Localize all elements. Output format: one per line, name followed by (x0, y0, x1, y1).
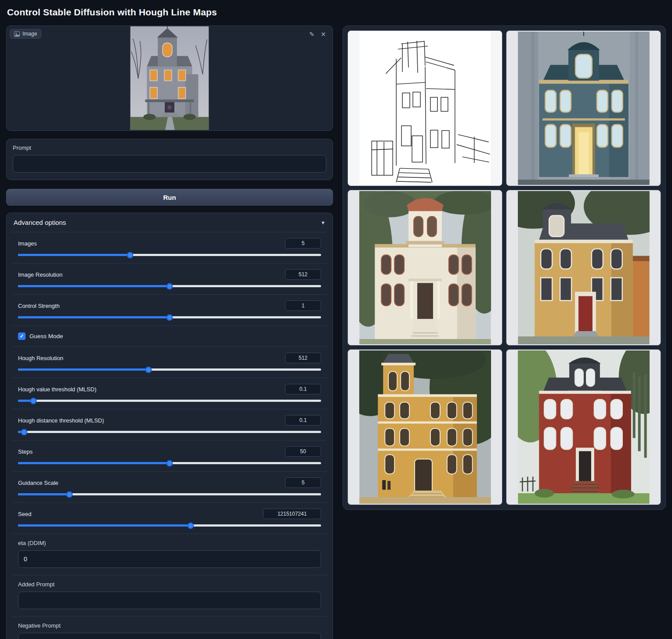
slider-row-hough-resolution: Hough Resolution (12, 347, 327, 378)
guidance-scale-slider[interactable] (18, 493, 321, 495)
generated-house-white-image (359, 191, 491, 344)
image-resolution-value-input[interactable] (285, 269, 321, 280)
slider-row-images: Images (12, 232, 327, 263)
gallery-item-generated-house-gold[interactable] (347, 349, 502, 505)
negative-prompt-label: Negative Prompt (18, 622, 321, 629)
image-label-text: Image (22, 31, 37, 37)
guess-mode-checkbox[interactable]: ✓ Guess Mode (12, 325, 327, 347)
control-strength-slider[interactable] (18, 316, 321, 318)
hough-value-threshold-label: Hough value threshold (MLSD) (18, 386, 96, 393)
slider-row-guidance-scale: Guidance Scale (12, 471, 327, 502)
hough-distance-threshold-slider[interactable] (18, 431, 321, 433)
generated-house-gold-image (359, 350, 491, 504)
advanced-options-title: Advanced options (14, 219, 66, 226)
guidance-scale-slider-handle[interactable] (66, 491, 73, 498)
clear-image-button[interactable]: ✕ (318, 29, 328, 39)
hough-line-map-image (359, 32, 491, 185)
gallery-item-hough-line-map[interactable] (347, 30, 502, 186)
hough-distance-threshold-label: Hough distance threshold (MLSD) (18, 417, 104, 424)
added-prompt-input[interactable] (18, 592, 321, 609)
seed-slider-handle[interactable] (188, 522, 194, 529)
prompt-block: Prompt (6, 139, 333, 180)
hough-resolution-value-input[interactable] (285, 353, 321, 363)
image-icon (14, 31, 20, 37)
seed-label: Seed (18, 511, 31, 517)
hough-value-threshold-slider-handle[interactable] (30, 397, 36, 404)
images-slider[interactable] (18, 254, 321, 256)
generated-house-tan-image (518, 191, 650, 344)
output-gallery (343, 25, 666, 510)
hough-resolution-slider-handle[interactable] (145, 366, 152, 373)
seed-value-input[interactable] (263, 509, 321, 519)
gallery-item-generated-house-red[interactable] (506, 349, 661, 505)
eta-label: eta (DDIM) (18, 540, 321, 546)
guess-mode-label: Guess Mode (29, 333, 63, 339)
images-label: Images (18, 240, 37, 247)
image-resolution-slider-handle[interactable] (166, 283, 173, 289)
hough-value-threshold-slider[interactable] (18, 400, 321, 402)
slider-row-steps: Steps (12, 440, 327, 471)
chevron-down-icon: ▼ (321, 220, 325, 225)
steps-slider[interactable] (18, 462, 321, 464)
slider-row-control-strength: Control Strength (12, 294, 327, 325)
slider-row-image-resolution: Image Resolution (12, 263, 327, 294)
negative-prompt-input[interactable] (18, 633, 321, 639)
eta-input[interactable] (18, 550, 321, 568)
prompt-label: Prompt (13, 144, 326, 151)
app-root: Control Stable Diffusion with Hough Line… (0, 0, 672, 639)
page-title: Control Stable Diffusion with Hough Line… (7, 7, 666, 18)
hough-resolution-label: Hough Resolution (18, 355, 63, 361)
negative-prompt-field: Negative Prompt (12, 616, 327, 639)
gallery-item-generated-house-blue[interactable] (506, 30, 661, 186)
steps-label: Steps (18, 448, 33, 455)
image-resolution-label: Image Resolution (18, 271, 62, 278)
uploaded-house-photo (130, 26, 210, 130)
checkbox-checked-icon: ✓ (18, 332, 25, 340)
prompt-input[interactable] (13, 155, 326, 173)
added-prompt-field: Added Prompt (12, 575, 327, 616)
slider-row-hough-distance-threshold: Hough distance threshold (MLSD) (12, 409, 327, 440)
control-strength-slider-handle[interactable] (166, 314, 173, 321)
gallery-item-generated-house-tan[interactable] (506, 190, 661, 346)
image-upload-area[interactable]: Image ✎ ✕ (6, 25, 333, 131)
seed-slider[interactable] (18, 524, 321, 527)
guidance-scale-value-input[interactable] (285, 477, 321, 488)
steps-slider-handle[interactable] (166, 460, 173, 466)
image-resolution-slider[interactable] (18, 285, 321, 287)
image-label: Image (10, 29, 41, 39)
run-button[interactable]: Run (6, 189, 333, 206)
hough-distance-threshold-value-input[interactable] (285, 415, 321, 426)
edit-image-button[interactable]: ✎ (307, 29, 317, 39)
advanced-options-panel: Advanced options ▼ Images (6, 213, 333, 639)
steps-value-input[interactable] (285, 446, 321, 457)
added-prompt-label: Added Prompt (18, 581, 321, 588)
control-strength-label: Control Strength (18, 303, 60, 309)
slider-row-seed: Seed (12, 502, 327, 534)
guidance-scale-label: Guidance Scale (18, 480, 58, 486)
images-value-input[interactable] (285, 238, 321, 249)
generated-house-blue-image (518, 32, 650, 185)
control-strength-value-input[interactable] (285, 300, 321, 311)
images-slider-handle[interactable] (127, 252, 134, 258)
hough-distance-threshold-slider-handle[interactable] (21, 429, 27, 435)
advanced-options-accordion[interactable]: Advanced options ▼ (7, 213, 332, 232)
hough-value-threshold-value-input[interactable] (285, 384, 321, 394)
slider-row-hough-value-threshold: Hough value threshold (MLSD) (12, 378, 327, 409)
gallery-item-generated-house-white[interactable] (347, 190, 502, 346)
generated-house-red-image (518, 350, 650, 504)
eta-field: eta (DDIM) (12, 534, 327, 575)
hough-resolution-slider[interactable] (18, 368, 321, 371)
